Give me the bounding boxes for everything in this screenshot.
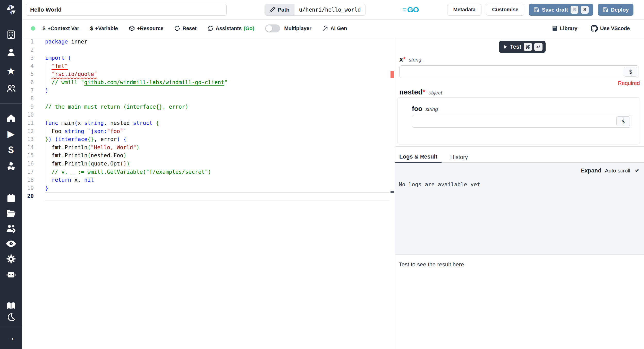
code-line[interactable]: func main(x string, nested struct { [45,119,388,127]
kbd-cmd: ⌘ [571,6,578,14]
tab-logs-result[interactable]: Logs & Result [395,152,442,163]
path-button[interactable]: Path u/henri/hello_world [265,4,366,16]
workers-robot-icon[interactable] [5,269,17,280]
deploy-button[interactable]: Deploy [598,4,633,16]
variables-dollar-icon[interactable]: $ [8,145,14,155]
resources-cubes-icon[interactable] [6,161,16,172]
kbd-enter: ↵ [534,43,543,51]
tab-history[interactable]: History [446,152,472,163]
user-icon[interactable] [6,47,16,58]
result-tabs: Logs & Result History [395,152,644,163]
line-number: 7 [22,87,41,95]
code-line[interactable]: ) [45,87,388,95]
code-line[interactable]: "fmt" [45,62,388,71]
code-line[interactable]: import ( [45,54,388,62]
code-line[interactable] [45,111,388,119]
line-number: 5 [22,70,41,78]
code-line[interactable]: "rsc.io/quote" [45,70,388,78]
settings-gear-icon[interactable] [6,254,16,264]
code-line[interactable]: fmt.Println(quote.Opt()) [45,160,388,168]
arg-foo-input[interactable] [412,115,631,127]
home-icon[interactable] [6,113,16,123]
line-number: 8 [22,95,41,103]
top-bar: Path u/henri/hello_world GO Metadata Cus… [22,0,644,20]
path-value[interactable]: u/henri/hello_world [294,4,366,15]
autoscroll-checkbox[interactable]: ✔ [635,168,639,174]
path-label[interactable]: Path [265,4,294,15]
save-icon [533,7,539,13]
script-title-input[interactable] [26,4,227,16]
expand-button[interactable]: Expand [581,167,601,174]
section-divider[interactable] [395,146,644,147]
docs-book-icon[interactable] [6,300,16,311]
reset-button[interactable]: Reset [174,25,196,31]
code-line[interactable]: fmt.Println(nested.Foo) [45,152,388,160]
audit-eye-icon[interactable] [5,238,17,249]
runs-play-icon[interactable]: ▶ [7,129,15,138]
no-logs-message: No logs are available yet [399,181,480,188]
schedules-calendar-icon[interactable] [6,193,16,203]
code-line[interactable]: Foo string `json:"foo"` [45,127,388,136]
status-dot [31,26,35,31]
assistants-button[interactable]: Assistants (Go) [207,25,254,31]
editor-toolbar: $ +Context Var $ +Variable +Resource Res… [22,20,644,37]
line-number: 15 [22,152,41,160]
line-number: 14 [22,144,41,152]
arg-x-input[interactable] [400,66,639,78]
line-number: 4 [22,62,41,71]
code-line[interactable]: // the main must return (interface{}, er… [45,103,388,111]
result-area: Test to see the result here [395,255,644,349]
play-icon [503,45,508,49]
expand-sidebar-arrow-icon[interactable]: → [7,333,15,342]
overview-cursor-marker [391,191,394,193]
workspace-building-icon[interactable] [6,30,16,40]
code-line[interactable]: // v, _ := wmill.GetVariable("f/examples… [45,168,388,176]
multiplayer-toggle[interactable] [265,24,280,32]
panel-divider[interactable] [395,37,395,349]
dollar-icon: $ [90,25,93,31]
code-line[interactable]: fmt.Println("Hello, World") [45,144,388,152]
save-draft-button[interactable]: Save draft ⌘ S [529,4,593,16]
windmill-logo-icon[interactable] [5,4,17,16]
code-line[interactable]: }) (interface{}, error) { [45,135,388,144]
line-number: 12 [22,127,41,136]
book-icon [552,25,558,31]
package-icon [129,25,135,31]
line-number: 11 [22,119,41,127]
required-error: Required [618,80,640,86]
test-button[interactable]: Test ⌘ ↵ [499,41,546,53]
editor-code[interactable]: package innerimport ( "fmt" "rsc.io/quot… [45,38,388,200]
autoscroll-label: Auto scroll [605,168,630,174]
star-icon[interactable]: ★ [6,66,16,76]
line-number: 17 [22,168,41,176]
user-group-icon[interactable] [6,83,16,94]
code-editor[interactable]: 1234567891011121314151617181920 package … [22,37,395,349]
add-context-var-button[interactable]: $ +Context Var [43,25,79,31]
use-vscode-button[interactable]: Use VScode [591,25,630,32]
go-language-logo: GO [403,5,419,14]
library-button[interactable]: Library [552,25,578,31]
group-settings-icon[interactable] [5,223,17,234]
code-line[interactable]: // wmill "github.com/windmill-labs/windm… [45,78,388,87]
dark-mode-moon-icon[interactable] [6,312,16,322]
add-resource-button[interactable]: +Resource [129,25,164,31]
code-line[interactable] [45,192,388,200]
folders-open-icon[interactable] [6,208,16,219]
add-variable-button[interactable]: $ +Variable [90,25,118,31]
arg-nested-label: nested* object [399,88,442,96]
dollar-icon: $ [43,25,46,31]
arg-foo-insert-var-button[interactable]: $ [616,116,630,126]
customise-button[interactable]: Customise [486,4,524,16]
arg-x-insert-var-button[interactable]: $ [624,67,637,77]
refresh-icon [207,25,214,31]
code-line[interactable] [45,95,388,103]
code-line[interactable]: package inner [45,38,388,46]
line-number: 10 [22,111,41,119]
code-line[interactable] [45,46,388,54]
code-line[interactable]: return x, nil [45,176,388,184]
code-line[interactable]: } [45,184,388,193]
metadata-button[interactable]: Metadata [447,4,481,16]
arg-foo-field: $ [412,115,631,128]
arg-x-field: $ [399,65,639,78]
ai-gen-button[interactable]: AI Gen [322,25,347,31]
